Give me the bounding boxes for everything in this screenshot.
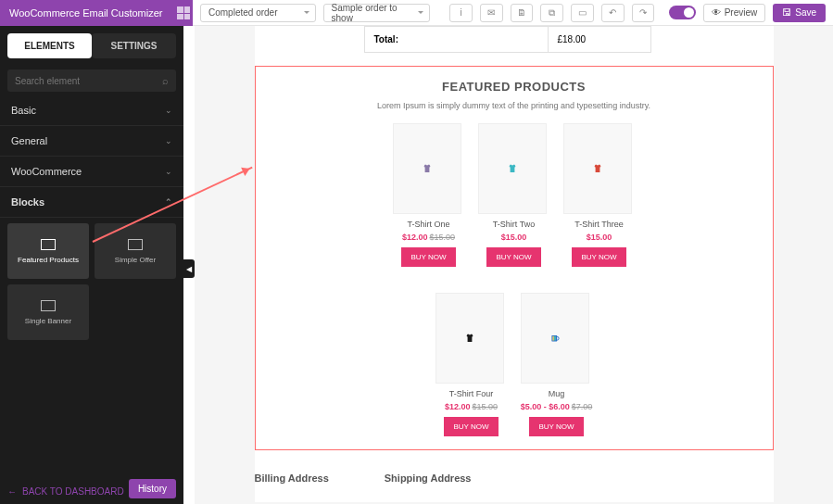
email-type-select[interactable]: Completed order [200,4,316,22]
banner-icon [41,300,56,311]
featured-products-block[interactable]: FEATURED PRODUCTS Lorem Ipsum is simply … [255,66,774,450]
product-name: T-Shirt Four [435,389,508,398]
svg-rect-2 [554,336,555,341]
save-icon: 🖫 [782,7,791,18]
shipping-heading: Shipping Address [385,472,472,484]
buy-now-button[interactable]: BUY NOW [486,247,540,267]
product-price: $12.00$15.00 [393,233,465,242]
product-image [435,293,504,384]
product-name: T-Shirt Two [478,220,550,229]
cat-basic[interactable]: Basic⌄ [0,95,183,126]
product-price: $15.00 [563,233,636,242]
product-image [563,123,632,214]
featured-subtitle: Lorem Ipsum is simply dummy text of the … [274,101,754,110]
app-title: WooCommerce Email Customizer [0,7,171,19]
sidebar-collapse[interactable]: ◀ [183,259,195,278]
product-image [393,123,461,214]
buy-now-button[interactable]: BUY NOW [529,417,583,436]
sidebar: ELEMENTS SETTINGS ⌕ Basic⌄ General⌄ WooC… [0,26,183,504]
product-card: Mug $5.00 - $6.00$7.00 BUY NOW [521,293,593,436]
block-featured-products[interactable]: Featured Products [7,223,89,279]
offer-icon [128,239,143,250]
preview-button[interactable]: 👁Preview [703,4,766,22]
buy-now-button[interactable]: BUY NOW [444,417,498,436]
sample-order-select[interactable]: Sample order to show [323,4,430,22]
product-price: $15.00 [478,233,550,242]
email-canvas: Total: £18.00 FEATURED PRODUCTS Lorem Ip… [195,26,833,504]
tab-settings[interactable]: SETTINGS [92,33,176,58]
search-input-wrap[interactable]: ⌕ [7,69,176,92]
buy-now-button[interactable]: BUY NOW [572,247,625,267]
mail-icon[interactable]: ✉ [480,4,503,22]
redo-icon[interactable]: ↷ [632,4,655,22]
chevron-up-icon: ⌃ [165,197,172,207]
block-simple-offer[interactable]: Simple Offer [95,223,176,279]
chevron-down-icon: ⌄ [165,106,172,115]
product-card: T-Shirt Three $15.00 BUY NOW [563,123,636,267]
save-button[interactable]: 🖫Save [773,4,826,22]
product-card: T-Shirt One $12.00$15.00 BUY NOW [393,123,465,267]
eye-icon: 👁 [712,7,721,18]
cat-woocommerce[interactable]: WooCommerce⌄ [0,157,183,187]
block-single-banner[interactable]: Single Banner [7,284,89,340]
product-name: T-Shirt One [393,220,465,229]
featured-title: FEATURED PRODUCTS [274,80,754,94]
device-icon[interactable]: ▭ [571,4,594,22]
chevron-down-icon: ⌄ [165,167,172,176]
cat-blocks[interactable]: Blocks⌃ [0,187,183,218]
search-input[interactable] [15,76,162,86]
undo-icon[interactable]: ↶ [601,4,625,22]
back-to-dashboard[interactable]: ←BACK TO DASHBOARD [7,486,124,497]
layout-icon[interactable] [177,6,190,19]
search-icon: ⌕ [162,75,169,86]
billing-heading: Billing Address [255,472,329,484]
buy-now-button[interactable]: BUY NOW [401,247,455,267]
product-image [521,293,589,384]
product-price: $12.00$15.00 [435,402,508,411]
copy-icon[interactable]: ⧉ [540,4,563,22]
tab-elements[interactable]: ELEMENTS [7,33,92,58]
product-name: T-Shirt Three [563,220,636,229]
order-total-row: Total: £18.00 [364,26,651,53]
featured-icon [41,239,56,250]
product-price: $5.00 - $6.00$7.00 [521,402,593,411]
cat-general[interactable]: General⌄ [0,126,183,157]
arrow-left-icon: ← [7,486,17,497]
product-card: T-Shirt Two $15.00 BUY NOW [478,123,550,267]
chevron-down-icon: ⌄ [165,136,172,145]
info-icon[interactable]: i [449,4,473,22]
product-name: Mug [521,389,593,398]
product-card: T-Shirt Four $12.00$15.00 BUY NOW [435,293,508,436]
svg-rect-1 [552,336,553,341]
history-button[interactable]: History [129,479,176,498]
preview-toggle[interactable] [669,6,695,19]
product-image [478,123,547,214]
file-icon[interactable]: 🗎 [511,4,534,22]
